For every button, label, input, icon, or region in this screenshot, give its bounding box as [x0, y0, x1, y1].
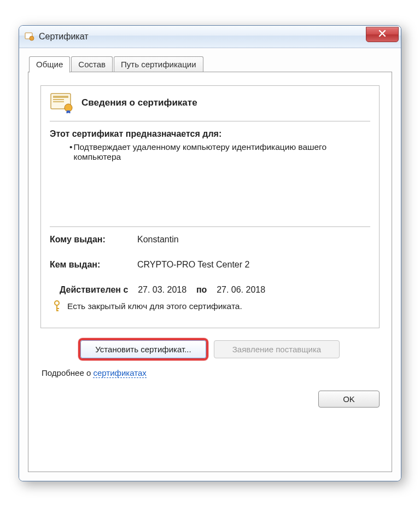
window-title: Сертификат — [39, 32, 89, 42]
private-key-message: Есть закрытый ключ для этого сертификата… — [67, 301, 242, 311]
valid-from-value: 27. 03. 2018 — [138, 285, 186, 294]
action-button-row: Установить сертификат... Заявление поста… — [40, 340, 380, 358]
validity-row: Действителен с 27. 03. 2018 по 27. 06. 2… — [60, 285, 370, 295]
svg-point-6 — [65, 104, 72, 112]
svg-rect-10 — [56, 310, 59, 311]
issued-by-label: Кем выдан: — [50, 260, 137, 270]
svg-rect-8 — [56, 305, 57, 311]
divider — [50, 226, 370, 227]
purpose-label: Этот сертификат предназначается для: — [50, 129, 370, 139]
tab-cert-path[interactable]: Путь сертификации — [114, 56, 203, 72]
issued-to-value: Konstantin — [137, 235, 179, 245]
tab-general[interactable]: Общие — [29, 56, 70, 73]
valid-to-value: 27. 06. 2018 — [217, 285, 265, 294]
valid-from-label: Действителен с — [60, 285, 128, 294]
certificates-link[interactable]: сертификатах — [93, 368, 146, 378]
svg-rect-5 — [53, 101, 64, 102]
close-icon — [378, 30, 386, 39]
valid-to-label: по — [196, 285, 207, 294]
title-bar[interactable]: Сертификат — [19, 26, 401, 48]
certificate-dialog: Сертификат Общие Состав Путь сертификаци… — [19, 25, 401, 481]
svg-rect-9 — [56, 308, 59, 309]
key-icon — [52, 300, 62, 312]
certificate-icon — [25, 32, 34, 42]
divider — [50, 121, 370, 121]
install-certificate-button[interactable]: Установить сертификат... — [80, 340, 206, 358]
bullet-icon: • — [69, 142, 72, 162]
svg-point-7 — [55, 301, 59, 305]
ok-button[interactable]: OK — [318, 391, 380, 408]
issuer-statement-button: Заявление поставщика — [214, 340, 340, 358]
svg-rect-4 — [53, 99, 64, 100]
tab-pane-general: Сведения о сертификате Этот сертификат п… — [28, 72, 392, 472]
certificate-info-box: Сведения о сертификате Этот сертификат п… — [40, 85, 380, 328]
purpose-list: • Подтверждает удаленному компьютеру иде… — [69, 142, 370, 162]
issued-by-value: CRYPTO-PRO Test Center 2 — [137, 260, 249, 270]
cert-info-heading: Сведения о сертификате — [81, 97, 197, 108]
svg-point-1 — [30, 36, 34, 40]
close-button[interactable] — [366, 27, 399, 42]
learn-more-row: Подробнее о сертификатах — [42, 368, 380, 377]
issued-to-label: Кому выдан: — [50, 235, 137, 245]
purpose-item: Подтверждает удаленному компьютеру идент… — [73, 142, 370, 162]
learn-more-prefix: Подробнее о — [42, 368, 93, 377]
client-area: Общие Состав Путь сертификации — [19, 48, 401, 481]
certificate-large-icon — [50, 92, 74, 113]
tab-details[interactable]: Состав — [71, 56, 113, 72]
tab-strip: Общие Состав Путь сертификации — [28, 56, 392, 72]
svg-rect-3 — [53, 96, 68, 98]
